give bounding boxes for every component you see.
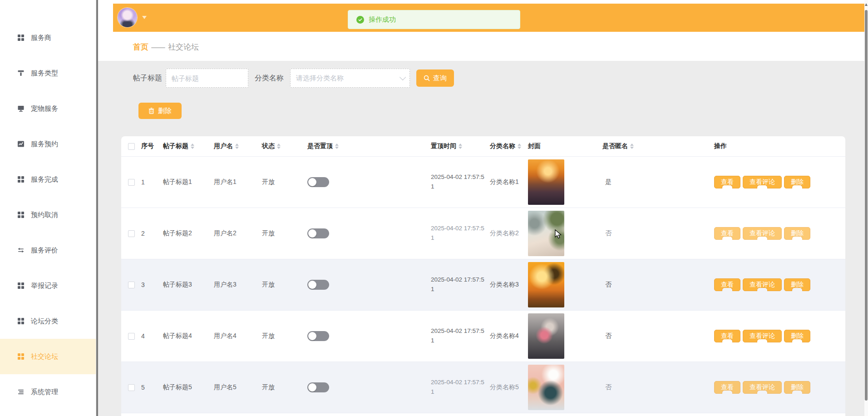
sidebar-item-pet-service[interactable]: 宠物服务: [0, 91, 96, 126]
cell-seq: 2: [141, 208, 163, 259]
table-panel: 序号 帖子标题 用户名 状态 是否置顶 置顶时间 分类名称 封面 是否匿名 操作…: [121, 136, 845, 416]
scrollbar-thumb[interactable]: [865, 10, 868, 401]
view-button[interactable]: 查看: [714, 381, 740, 394]
delete-button[interactable]: 删除: [784, 330, 810, 342]
cell-pin-time: 2025-04-02 17:57:51: [431, 173, 486, 192]
category-label: 分类名称: [255, 74, 284, 83]
delete-button[interactable]: 删除: [784, 381, 810, 394]
grid-icon: [17, 282, 25, 289]
page-scrollbar[interactable]: [864, 0, 868, 416]
filter-bar: 帖子标题 分类名称 请选择分类名称 查询: [133, 68, 454, 88]
sidebar-item-booking-cancel[interactable]: 预约取消: [0, 197, 96, 233]
cell-category: 分类名称4: [490, 311, 528, 362]
scroll-up-arrow-icon[interactable]: [865, 3, 868, 6]
toast-message: 操作成功: [369, 15, 396, 24]
sidebar-item-forum-category[interactable]: 论坛分类: [0, 303, 96, 339]
breadcrumb-home[interactable]: 首页: [133, 42, 148, 52]
sidebar-item-service-review[interactable]: 服务评价: [0, 233, 96, 268]
view-comments-button[interactable]: 查看评论: [743, 176, 782, 188]
cell-username: 用户名5: [214, 362, 262, 413]
delete-button[interactable]: 删除: [784, 176, 810, 188]
breadcrumb: 首页 — 社交论坛: [133, 42, 199, 52]
cell-anonymous: 是: [596, 157, 710, 208]
col-cover: 封面: [528, 142, 541, 150]
breadcrumb-separator: —: [151, 42, 165, 52]
search-icon: [424, 75, 430, 81]
delete-button[interactable]: 删除: [784, 278, 810, 291]
category-select[interactable]: 请选择分类名称: [290, 69, 410, 88]
sort-control[interactable]: [518, 144, 521, 149]
sidebar-item-label: 服务预约: [31, 140, 58, 149]
cover-image[interactable]: [528, 313, 564, 359]
cover-image[interactable]: [528, 262, 564, 307]
list-icon: [17, 388, 25, 396]
cell-status: 开放: [262, 157, 307, 208]
pin-toggle[interactable]: [307, 382, 329, 392]
cell-seq: 5: [141, 362, 163, 413]
success-toast: 操作成功: [348, 10, 520, 29]
avatar[interactable]: [118, 8, 137, 27]
cell-category: 分类名称5: [490, 362, 528, 413]
sidebar-item-label: 预约取消: [31, 211, 58, 219]
sidebar: 服务商 服务类型 宠物服务 服务预约 服务完成 预约取消 服务评价 举报记录: [0, 0, 96, 416]
sidebar-item-service-type[interactable]: 服务类型: [0, 55, 96, 91]
sort-control[interactable]: [630, 144, 634, 149]
row-checkbox[interactable]: [128, 230, 135, 237]
sort-control[interactable]: [277, 144, 281, 149]
table-row: 3 帖子标题3 用户名3 开放 2025-04-02 17:57:51 分类名称…: [121, 259, 845, 311]
view-button[interactable]: 查看: [714, 227, 740, 240]
pin-toggle[interactable]: [307, 331, 329, 341]
sidebar-item-report-records[interactable]: 举报记录: [0, 268, 96, 303]
row-checkbox[interactable]: [128, 282, 135, 288]
success-check-icon: [356, 16, 364, 24]
cell-status: 开放: [262, 208, 307, 259]
sidebar-item-service-complete[interactable]: 服务完成: [0, 162, 96, 197]
sort-control[interactable]: [335, 144, 339, 149]
col-actions: 操作: [714, 142, 727, 150]
table-row: 4 帖子标题4 用户名4 开放 2025-04-02 17:57:51 分类名称…: [121, 311, 845, 362]
sidebar-item-service-booking[interactable]: 服务预约: [0, 126, 96, 162]
search-button[interactable]: 查询: [416, 69, 454, 87]
trash-icon: [148, 108, 154, 114]
row-checkbox[interactable]: [128, 384, 135, 391]
sidebar-item-social-forum[interactable]: 社交论坛: [0, 339, 96, 374]
chevron-down-icon[interactable]: [142, 16, 147, 19]
pin-toggle[interactable]: [307, 228, 329, 238]
pin-toggle[interactable]: [307, 177, 329, 187]
cell-pin-time: 2025-04-02 17:57:51: [431, 327, 486, 346]
sidebar-item-service-provider[interactable]: 服务商: [0, 20, 96, 55]
cover-image[interactable]: [528, 159, 564, 205]
table-row: 5 帖子标题5 用户名5 开放 2025-04-02 17:57:51 分类名称…: [121, 362, 845, 413]
row-checkbox[interactable]: [128, 333, 135, 340]
cell-anonymous: 否: [596, 311, 710, 362]
view-comments-button[interactable]: 查看评论: [743, 381, 782, 394]
cell-status: 开放: [262, 362, 307, 413]
sort-control[interactable]: [191, 144, 194, 149]
pin-toggle[interactable]: [307, 280, 329, 290]
cover-image[interactable]: [528, 365, 564, 410]
post-title-input[interactable]: [166, 69, 248, 88]
cell-anonymous: 否: [596, 208, 710, 259]
row-checkbox[interactable]: [128, 179, 135, 186]
server-icon: [17, 69, 25, 77]
sidebar-item-label: 举报记录: [31, 282, 58, 290]
view-button[interactable]: 查看: [714, 176, 740, 188]
sidebar-item-label: 服务商: [31, 34, 51, 42]
sidebar-scrollbar[interactable]: [96, 0, 98, 416]
view-comments-button[interactable]: 查看评论: [743, 227, 782, 240]
view-comments-button[interactable]: 查看评论: [743, 330, 782, 342]
sort-control[interactable]: [235, 144, 239, 149]
view-button[interactable]: 查看: [714, 330, 740, 342]
bulk-delete-button[interactable]: 删除: [138, 103, 182, 119]
grid-icon: [17, 176, 25, 183]
cell-title: 帖子标题5: [163, 362, 214, 413]
view-button[interactable]: 查看: [714, 278, 740, 291]
cover-image[interactable]: [528, 211, 564, 256]
delete-button[interactable]: 删除: [784, 227, 810, 240]
select-all-checkbox[interactable]: [128, 143, 135, 150]
sidebar-item-system-management[interactable]: 系统管理: [0, 374, 96, 410]
sort-control[interactable]: [459, 144, 462, 149]
view-comments-button[interactable]: 查看评论: [743, 278, 782, 291]
breadcrumb-current: 社交论坛: [168, 42, 199, 52]
col-title: 帖子标题: [163, 142, 188, 150]
